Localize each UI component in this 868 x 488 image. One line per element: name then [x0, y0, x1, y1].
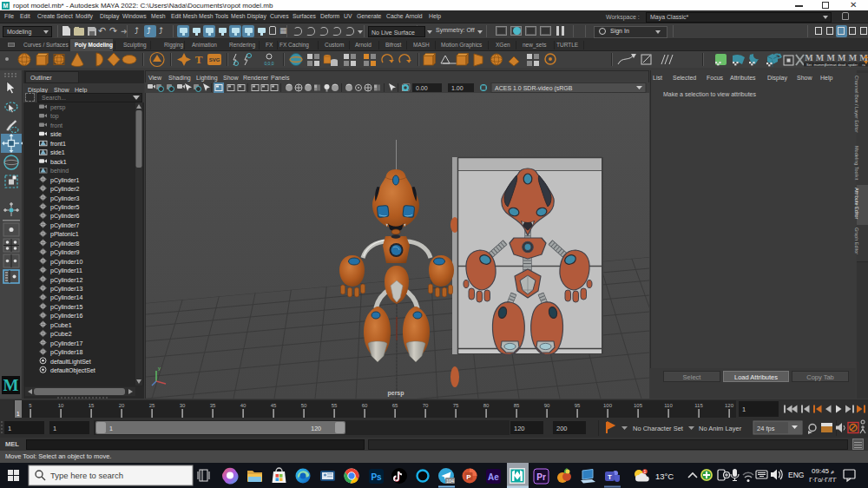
svg-text:y: y	[158, 366, 161, 371]
svg-text:115: 115	[694, 403, 703, 408]
svg-text:Pr: Pr	[536, 472, 546, 482]
svg-text:pCylinder15: pCylinder15	[50, 304, 82, 311]
svg-text:persp: persp	[387, 390, 404, 397]
svg-text:1: 1	[109, 425, 113, 432]
svg-text:1: 1	[742, 406, 746, 413]
svg-text:95: 95	[575, 403, 581, 408]
svg-text:side1: side1	[50, 149, 65, 155]
svg-text:09:45 م: 09:45 م	[812, 467, 834, 475]
svg-text:spider: spider	[848, 63, 858, 67]
svg-text:top: top	[50, 113, 59, 120]
svg-text:pCylinder9: pCylinder9	[50, 249, 80, 256]
svg-text:Type here to search: Type here to search	[50, 471, 123, 480]
svg-text:0.00: 0.00	[416, 85, 428, 91]
svg-text:M: M	[3, 376, 19, 394]
svg-text:pCylinder13: pCylinder13	[50, 286, 82, 293]
svg-text:Γ·Γο/·Γ/ΓΓ: Γ·Γο/·Γ/ΓΓ	[809, 477, 837, 483]
svg-text:M: M	[805, 53, 813, 63]
svg-text:120: 120	[725, 403, 734, 408]
svg-text:Ae: Ae	[488, 472, 499, 482]
svg-text:pCylinder7: pCylinder7	[50, 222, 80, 229]
svg-text:70: 70	[423, 403, 429, 408]
svg-text:55: 55	[332, 403, 338, 408]
svg-text:120: 120	[514, 425, 525, 432]
svg-text:25: 25	[149, 403, 155, 408]
svg-text:35: 35	[210, 403, 216, 408]
svg-text:1: 1	[53, 425, 56, 432]
svg-text:65: 65	[392, 403, 398, 408]
svg-text:pCylinder16: pCylinder16	[50, 313, 82, 320]
svg-text:defaultObjectSet: defaultObjectSet	[50, 367, 95, 374]
svg-text:pCylinder2: pCylinder2	[50, 186, 80, 193]
svg-text:front1: front1	[50, 141, 66, 147]
svg-text:15: 15	[89, 403, 95, 408]
svg-text:pCylinder12: pCylinder12	[50, 277, 82, 284]
svg-text:SVG: SVG	[209, 57, 220, 63]
svg-text:1: 1	[16, 411, 20, 417]
svg-text:T: T	[608, 473, 612, 481]
svg-text:M: M	[838, 53, 846, 63]
svg-text:M: M	[816, 53, 825, 63]
svg-text:pCylinder18: pCylinder18	[50, 349, 82, 356]
svg-text:pCylinder3: pCylinder3	[50, 195, 80, 202]
svg-text:24 fps: 24 fps	[757, 425, 775, 432]
svg-text:80: 80	[483, 403, 490, 408]
svg-text:110: 110	[664, 403, 673, 408]
svg-text:Setman: Setman	[825, 63, 837, 67]
svg-text:M: M	[826, 53, 835, 63]
svg-text:dead: dead	[838, 63, 845, 67]
svg-text:pCube1: pCube1	[50, 322, 72, 329]
svg-text:13°C: 13°C	[655, 472, 674, 481]
svg-text:behind: behind	[50, 168, 69, 174]
svg-text:pCylinder5: pCylinder5	[50, 204, 80, 211]
svg-text:M: M	[849, 53, 858, 63]
svg-text:pCylinder6: pCylinder6	[50, 213, 80, 220]
svg-text:30: 30	[180, 403, 186, 408]
svg-text:pCylinder14: pCylinder14	[50, 294, 82, 301]
svg-text:pPlatonic1: pPlatonic1	[50, 231, 79, 238]
svg-text:P: P	[466, 473, 471, 481]
svg-text:40: 40	[240, 403, 247, 408]
svg-text:pCylinder8: pCylinder8	[50, 241, 80, 247]
svg-text:1: 1	[8, 425, 11, 432]
svg-text:pCylinder1: pCylinder1	[50, 177, 80, 184]
svg-text:50: 50	[301, 403, 307, 408]
svg-text:85: 85	[514, 403, 520, 408]
svg-text:side: side	[50, 131, 62, 137]
svg-text:front: front	[50, 122, 62, 129]
svg-text:45: 45	[271, 403, 277, 408]
svg-text:200: 200	[556, 425, 568, 432]
svg-text:105: 105	[634, 403, 643, 408]
svg-text:Ps: Ps	[371, 472, 382, 482]
svg-text:pCylinder11: pCylinder11	[50, 267, 82, 274]
svg-text:persp: persp	[50, 104, 66, 111]
svg-text:ACES 1.0 SDR-video (sRGB: ACES 1.0 SDR-video (sRGB	[495, 85, 573, 92]
svg-text:pCylinder17: pCylinder17	[50, 340, 82, 347]
svg-text:pCube2: pCube2	[50, 331, 72, 338]
svg-text:90: 90	[544, 403, 550, 408]
svg-text:1.00: 1.00	[451, 85, 464, 91]
svg-text:No Anim Layer: No Anim Layer	[699, 425, 742, 432]
svg-text:60: 60	[362, 403, 368, 408]
svg-text:ENG: ENG	[788, 471, 804, 479]
svg-text:10: 10	[58, 403, 64, 408]
svg-text:defaultLightSet: defaultLightSet	[50, 359, 91, 366]
svg-text:120: 120	[311, 425, 321, 432]
svg-text:pCylinder10: pCylinder10	[50, 259, 82, 266]
svg-text:75: 75	[453, 403, 459, 408]
svg-text:100: 100	[603, 403, 613, 408]
svg-text:20: 20	[119, 403, 125, 408]
svg-text:T: T	[195, 53, 203, 66]
svg-text:0,0,0: 0,0,0	[264, 61, 273, 66]
svg-text:104: 104	[446, 478, 454, 484]
svg-text:Set: Set	[806, 63, 812, 67]
svg-text:back1: back1	[50, 159, 67, 165]
svg-text:No Character Set: No Character Set	[633, 425, 684, 432]
